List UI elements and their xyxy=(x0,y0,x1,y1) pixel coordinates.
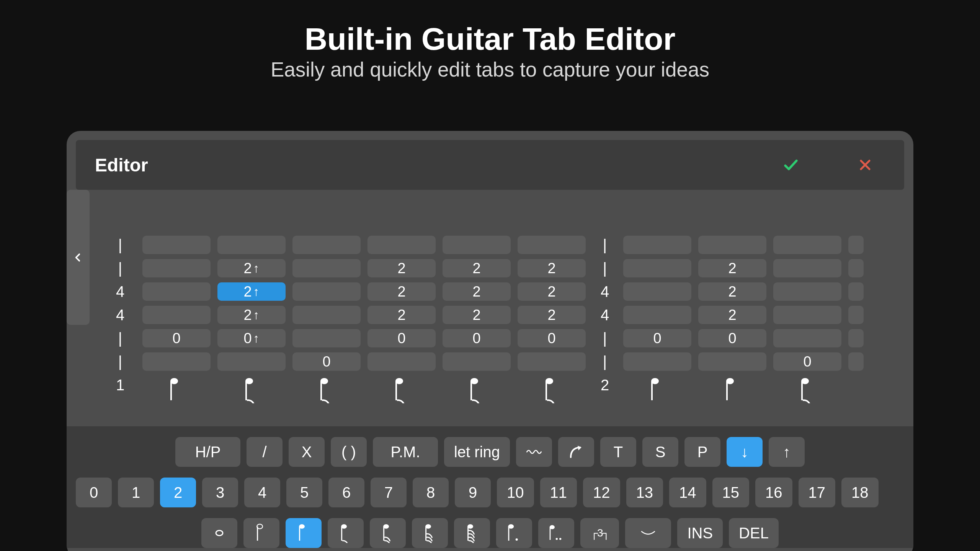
technique-key[interactable]: P xyxy=(684,437,720,467)
tab-cell[interactable] xyxy=(292,306,361,324)
duration-key-quarter[interactable] xyxy=(286,518,322,548)
tab-cell[interactable] xyxy=(142,259,211,277)
tab-cell[interactable]: 2 xyxy=(368,259,436,277)
duration-key-tie[interactable] xyxy=(625,518,671,548)
duration-key-dot[interactable] xyxy=(496,518,532,548)
tab-cell[interactable] xyxy=(142,282,211,301)
fret-key[interactable]: 16 xyxy=(755,478,792,507)
fret-key[interactable]: 0 xyxy=(76,478,112,507)
fret-key[interactable]: 14 xyxy=(669,478,706,507)
tab-cell[interactable] xyxy=(623,352,691,371)
duration-key-del[interactable]: DEL xyxy=(729,518,779,548)
tab-cell[interactable] xyxy=(217,236,286,254)
tab-cell[interactable] xyxy=(773,282,841,301)
tab-cell[interactable]: 0 xyxy=(292,352,361,371)
tab-cell[interactable]: 0 xyxy=(443,329,511,347)
tab-cell[interactable]: 2 xyxy=(368,306,436,324)
tab-cell[interactable]: 2 xyxy=(443,306,511,324)
technique-key[interactable]: ( ) xyxy=(331,437,367,467)
tab-cell[interactable]: 0 xyxy=(368,329,436,347)
fret-key[interactable]: 11 xyxy=(540,478,577,507)
tab-cell[interactable] xyxy=(217,352,286,371)
tab-cell[interactable]: 0 xyxy=(773,352,841,371)
tab-cell[interactable] xyxy=(292,236,361,254)
duration-key-sixteenth[interactable] xyxy=(370,518,406,548)
close-icon[interactable] xyxy=(857,156,874,173)
duration-key-half[interactable] xyxy=(243,518,279,548)
confirm-icon[interactable] xyxy=(782,156,799,173)
tab-cell[interactable] xyxy=(623,236,691,254)
tab-cell[interactable]: 2 xyxy=(518,306,586,324)
duration-key-tuplet[interactable]: ┌3┐ xyxy=(580,518,619,548)
technique-key[interactable]: X xyxy=(289,437,325,467)
tab-cell[interactable]: 0↑ xyxy=(217,329,286,347)
technique-key[interactable]: T xyxy=(600,437,636,467)
tab-cell[interactable]: 2↑ xyxy=(217,282,286,301)
duration-key-whole[interactable] xyxy=(201,518,237,548)
tab-cell[interactable]: 0 xyxy=(142,329,211,347)
tab-cell[interactable]: 0 xyxy=(518,329,586,347)
tab-cell[interactable]: 0 xyxy=(698,329,766,347)
tab-cell[interactable] xyxy=(518,236,586,254)
fret-key[interactable]: 3 xyxy=(202,478,238,507)
tab-cell[interactable] xyxy=(773,259,841,277)
tab-cell[interactable] xyxy=(292,329,361,347)
fret-key[interactable]: 10 xyxy=(497,478,534,507)
tab-cell[interactable] xyxy=(142,236,211,254)
tab-cell[interactable] xyxy=(623,306,691,324)
tab-cell[interactable] xyxy=(623,282,691,301)
duration-key-eighth[interactable] xyxy=(328,518,364,548)
tab-cell[interactable] xyxy=(518,352,586,371)
tab-cell[interactable] xyxy=(773,236,841,254)
fret-key[interactable]: 1 xyxy=(118,478,154,507)
tab-cell[interactable] xyxy=(773,306,841,324)
fret-key[interactable]: 18 xyxy=(841,478,879,507)
fret-key[interactable]: 8 xyxy=(413,478,449,507)
technique-key[interactable] xyxy=(516,437,552,467)
tab-cell[interactable] xyxy=(292,282,361,301)
tab-cell[interactable] xyxy=(698,352,766,371)
fret-key[interactable]: 7 xyxy=(371,478,407,507)
tab-cell[interactable] xyxy=(848,306,864,324)
tab-cell[interactable] xyxy=(848,329,864,347)
tab-cell[interactable] xyxy=(698,236,766,254)
tab-cell[interactable] xyxy=(848,352,864,371)
tab-cell[interactable] xyxy=(773,329,841,347)
technique-key[interactable]: / xyxy=(247,437,283,467)
technique-key[interactable]: ↓ xyxy=(727,437,763,467)
fret-key[interactable]: 12 xyxy=(583,478,620,507)
fret-key[interactable]: 9 xyxy=(455,478,491,507)
tab-cell[interactable] xyxy=(623,259,691,277)
fret-key[interactable]: 15 xyxy=(712,478,750,507)
tab-cell[interactable] xyxy=(368,236,436,254)
fret-key[interactable]: 4 xyxy=(244,478,280,507)
tab-cell[interactable]: 2 xyxy=(698,259,766,277)
fret-key[interactable]: 6 xyxy=(328,478,364,507)
technique-key[interactable]: H/P xyxy=(175,437,240,467)
tab-cell[interactable]: 0 xyxy=(623,329,691,347)
tab-cell[interactable]: 2 xyxy=(443,282,511,301)
tab-cell[interactable] xyxy=(292,259,361,277)
tab-cell[interactable]: 2 xyxy=(443,259,511,277)
tab-cell[interactable] xyxy=(848,282,864,301)
tab-cell[interactable] xyxy=(142,352,211,371)
technique-key[interactable]: S xyxy=(642,437,678,467)
fret-key[interactable]: 2 xyxy=(160,478,196,507)
technique-key[interactable] xyxy=(558,437,594,467)
tab-cell[interactable]: 2↑ xyxy=(217,259,286,277)
tab-cell[interactable]: 2 xyxy=(518,282,586,301)
tab-cell[interactable]: 2 xyxy=(698,306,766,324)
technique-key[interactable]: let ring xyxy=(444,437,510,467)
duration-key-ins[interactable]: INS xyxy=(677,518,723,548)
fret-key[interactable]: 17 xyxy=(799,478,836,507)
duration-key-dotdot[interactable] xyxy=(538,518,574,548)
tab-cell[interactable] xyxy=(848,236,864,254)
tab-cell[interactable]: 2 xyxy=(518,259,586,277)
technique-key[interactable]: ↑ xyxy=(769,437,805,467)
tab-cell[interactable] xyxy=(848,259,864,277)
tab-cell[interactable] xyxy=(368,352,436,371)
duration-key-thirtysecond[interactable] xyxy=(412,518,448,548)
fret-key[interactable]: 5 xyxy=(286,478,322,507)
duration-key-sixtyfourth[interactable] xyxy=(454,518,490,548)
tab-cell[interactable] xyxy=(443,236,511,254)
